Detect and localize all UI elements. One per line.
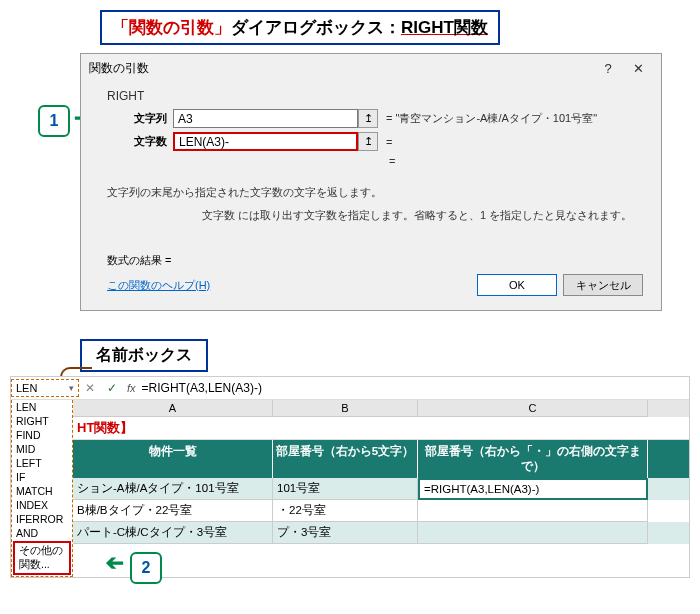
close-icon[interactable]: ✕: [623, 61, 653, 76]
callout-dialog-title: 「関数の引数」ダイアログボックス：RIGHT関数: [100, 10, 500, 45]
worksheet[interactable]: A B C HT関数】 物件一覧 部屋番号（右から5文字） 部屋番号（右から「・…: [73, 400, 689, 577]
name-box[interactable]: LEN ▾: [11, 379, 79, 397]
table-row[interactable]: B棟/Bタイプ・22号室 ・22号室: [73, 500, 689, 522]
help-link[interactable]: この関数のヘルプ(H): [107, 278, 471, 293]
func-item[interactable]: IFERROR: [12, 512, 72, 526]
func-item[interactable]: RIGHT: [12, 414, 72, 428]
function-name: RIGHT: [107, 89, 643, 103]
dialog-title: 関数の引数: [89, 60, 593, 77]
name-box-value: LEN: [16, 382, 37, 394]
arg1-label: 文字列: [107, 111, 173, 126]
func-item[interactable]: FIND: [12, 428, 72, 442]
arg1-input[interactable]: [173, 109, 358, 128]
step-badge-2: 2: [130, 552, 162, 584]
cancel-button[interactable]: キャンセル: [563, 274, 643, 296]
th: 部屋番号（右から「・」の右側の文字まで）: [418, 440, 648, 478]
arg2-result: =: [378, 136, 392, 148]
col-header[interactable]: C: [418, 400, 648, 417]
excel-area: LEN ▾ ✕ ✓ fx LEN RIGHT FIND MID LEFT IF …: [10, 376, 690, 578]
arg2-input[interactable]: [173, 132, 358, 151]
cell[interactable]: プ・3号室: [273, 522, 418, 544]
table-row[interactable]: ション-A棟/Aタイプ・101号室 101号室 =RIGHT(A3,LEN(A3…: [73, 478, 689, 500]
callout-namebox: 名前ボックス: [80, 339, 208, 372]
cell[interactable]: B棟/Bタイプ・22号室: [73, 500, 273, 522]
fx-icon[interactable]: fx: [123, 382, 140, 394]
col-header[interactable]: B: [273, 400, 418, 417]
formula-input[interactable]: [140, 377, 689, 399]
arg1-ref-icon[interactable]: ↥: [358, 109, 378, 128]
function-arguments-dialog: 関数の引数 ? ✕ RIGHT 文字列 ↥ = "青空マンション-A棟/Aタイプ…: [80, 53, 662, 311]
table-row[interactable]: パート-C棟/Cタイプ・3号室 プ・3号室: [73, 522, 689, 544]
desc-main: 文字列の末尾から指定された文字数の文字を返します。: [107, 185, 643, 200]
desc-sub: 文字数 には取り出す文字数を指定します。省略すると、1 を指定したと見なされます…: [202, 208, 643, 223]
formula-cancel-icon[interactable]: ✕: [79, 381, 101, 395]
function-dropdown[interactable]: LEN RIGHT FIND MID LEFT IF MATCH INDEX I…: [11, 400, 73, 577]
th: 部屋番号（右から5文字）: [273, 440, 418, 478]
help-icon[interactable]: ?: [593, 61, 623, 76]
callout-part2: ダイアログボックス：: [231, 18, 401, 37]
dialog-header: 関数の引数 ? ✕: [81, 54, 661, 83]
cell[interactable]: [418, 500, 648, 522]
cell[interactable]: パート-C棟/Cタイプ・3号室: [73, 522, 273, 544]
sheet-title-cropped: HT関数】: [73, 417, 689, 440]
cell[interactable]: ・22号室: [273, 500, 418, 522]
func-item[interactable]: AND: [12, 526, 72, 540]
ok-button[interactable]: OK: [477, 274, 557, 296]
table-header: 物件一覧 部屋番号（右から5文字） 部屋番号（右から「・」の右側の文字まで）: [73, 440, 689, 478]
func-item[interactable]: INDEX: [12, 498, 72, 512]
func-item[interactable]: LEFT: [12, 456, 72, 470]
cell[interactable]: ション-A棟/Aタイプ・101号室: [73, 478, 273, 500]
callout-part1: 「関数の引数」: [112, 18, 231, 37]
step-badge-1: 1: [38, 105, 70, 137]
arg2-label: 文字数: [134, 135, 167, 147]
callout-part3: RIGHT関数: [401, 18, 488, 37]
th: 物件一覧: [73, 440, 273, 478]
func-item[interactable]: IF: [12, 470, 72, 484]
func-item[interactable]: MATCH: [12, 484, 72, 498]
step-arrow-2: ➔: [106, 550, 124, 576]
eq-only: =: [381, 155, 395, 167]
formula-enter-icon[interactable]: ✓: [101, 381, 123, 395]
column-headers: A B C: [73, 400, 689, 417]
func-item[interactable]: MID: [12, 442, 72, 456]
cell[interactable]: [418, 522, 648, 544]
arg1-result: = "青空マンション-A棟/Aタイプ・101号室": [378, 111, 597, 126]
chevron-down-icon[interactable]: ▾: [69, 383, 74, 393]
other-functions-item[interactable]: その他の関数...: [13, 541, 71, 575]
active-cell[interactable]: =RIGHT(A3,LEN(A3)-): [418, 478, 648, 500]
col-header[interactable]: A: [73, 400, 273, 417]
formula-result: 数式の結果 =: [107, 253, 643, 268]
func-item[interactable]: LEN: [12, 400, 72, 414]
formula-bar: LEN ▾ ✕ ✓ fx: [11, 377, 689, 400]
arg2-ref-icon[interactable]: ↥: [358, 132, 378, 151]
cell[interactable]: 101号室: [273, 478, 418, 500]
